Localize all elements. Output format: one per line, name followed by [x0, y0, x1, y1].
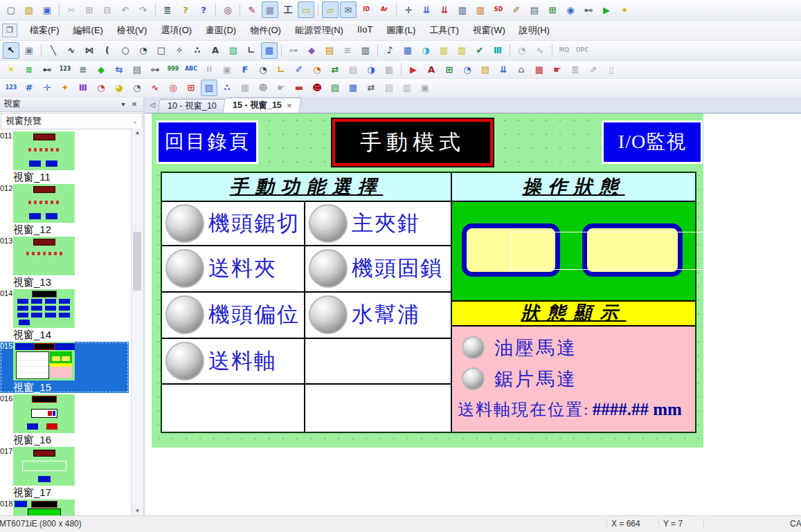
- manual-mode-title[interactable]: 手動模式: [332, 119, 493, 166]
- context-help-icon[interactable]: ?: [195, 1, 212, 18]
- tab-scroll-left-icon[interactable]: ◁: [146, 101, 159, 109]
- polyline-icon[interactable]: ⋈: [81, 42, 98, 59]
- menu-file[interactable]: 檔案(F): [23, 22, 66, 39]
- value-display-1[interactable]: [462, 223, 560, 277]
- layers-icon[interactable]: ≡: [75, 61, 91, 77]
- slide-switch-icon[interactable]: ⊶: [147, 61, 163, 77]
- rectangle-icon[interactable]: □: [153, 42, 170, 59]
- flag-icon[interactable]: ▶: [405, 61, 422, 77]
- dot-burst-icon[interactable]: ∴: [189, 42, 206, 59]
- scale-icon[interactable]: ∟: [243, 42, 260, 59]
- pages-alt-icon[interactable]: ▥: [453, 42, 470, 59]
- pie-icon[interactable]: ◔: [135, 42, 152, 59]
- freehand-icon[interactable]: ∿: [63, 42, 80, 59]
- function-cell[interactable]: 機頭偏位: [162, 293, 305, 339]
- tab-close-icon[interactable]: ×: [287, 100, 292, 111]
- picture-icon[interactable]: ▧: [225, 42, 242, 59]
- set-bit-icon[interactable]: ⊷: [39, 61, 55, 77]
- doc-download-icon[interactable]: ⇊: [495, 61, 512, 77]
- doc-c-icon[interactable]: ▣: [417, 80, 433, 96]
- bar-chart-icon[interactable]: Ⅲ: [75, 80, 91, 96]
- cabinet-icon[interactable]: ▥: [357, 42, 374, 59]
- tab-window-15[interactable]: 15 - 視窗_15 ×: [222, 98, 302, 113]
- function-cell[interactable]: 機頭固鎖: [305, 246, 452, 293]
- pass-through-icon[interactable]: ▶: [598, 1, 615, 18]
- window-thumbnail[interactable]: [13, 499, 75, 515]
- toggle-switch-icon[interactable]: ⇆: [111, 61, 127, 77]
- window-preview-icon[interactable]: ▭: [298, 1, 314, 18]
- design-canvas[interactable]: 回目錄頁 手動模式 I/O監視 手動功能選擇 操作狀態 機頭鋸切: [145, 113, 801, 515]
- grid-alt-icon[interactable]: ▦: [237, 80, 253, 96]
- doc-b-icon[interactable]: ▥: [399, 80, 415, 96]
- indicator-lamp[interactable]: [165, 249, 204, 288]
- calendar-icon[interactable]: ▦: [531, 61, 548, 77]
- window-thumbnail[interactable]: [13, 237, 75, 275]
- select-arrow-icon[interactable]: ↖: [3, 42, 19, 59]
- pen-stroke-icon[interactable]: ✐: [291, 61, 307, 77]
- opcua-icon[interactable]: OPC: [574, 42, 591, 59]
- menu-object[interactable]: 物件(O): [243, 22, 288, 39]
- numeric-object-icon[interactable]: 999: [165, 61, 181, 77]
- edit-form-icon[interactable]: ✔: [471, 42, 488, 59]
- panel-scrollbar[interactable]: ▲ ▼: [131, 128, 143, 515]
- move-object-icon[interactable]: ✛: [39, 80, 55, 96]
- sidebar-item-window-17[interactable]: 017: 視窗_17: [0, 447, 129, 498]
- home-icon[interactable]: ⌂: [513, 61, 530, 77]
- function-cell[interactable]: 主夾鉗: [305, 202, 452, 246]
- font-a-icon[interactable]: A: [423, 61, 440, 77]
- bit-lamp-icon[interactable]: ☀: [3, 61, 19, 77]
- function-cell[interactable]: [305, 385, 452, 432]
- combo-button-icon[interactable]: ▤: [129, 61, 145, 77]
- window-thumbnail[interactable]: [13, 394, 75, 433]
- pages-icon[interactable]: ▥: [435, 42, 452, 59]
- data-grid-icon[interactable]: ⊞: [441, 61, 458, 77]
- frame-window-icon[interactable]: ▦: [261, 42, 278, 59]
- function-cell[interactable]: 水幫浦: [305, 293, 452, 339]
- event-log-icon[interactable]: ▤: [327, 80, 343, 96]
- hmi-screen-window-15[interactable]: 回目錄頁 手動模式 I/O監視 手動功能選擇 操作狀態 機頭鋸切: [152, 113, 703, 448]
- printer-alt-icon[interactable]: ≣: [567, 61, 584, 77]
- window-thumbnail[interactable]: [13, 447, 75, 486]
- font-icon[interactable]: Ar: [376, 1, 393, 18]
- sidebar-item-window-15[interactable]: 015: 視窗_15: [0, 342, 129, 393]
- scrollbar-thumb[interactable]: [133, 232, 141, 291]
- online-simulation-icon[interactable]: ▥: [472, 1, 489, 18]
- cascade-windows-icon[interactable]: ▱: [322, 1, 339, 18]
- download-icon[interactable]: ⇊: [418, 1, 435, 18]
- group-select-icon[interactable]: ▣: [219, 61, 235, 77]
- function-key-icon[interactable]: ◆: [93, 61, 109, 77]
- menu-energy[interactable]: 能源管理(N): [288, 22, 350, 39]
- panel-close-icon[interactable]: ✕: [129, 100, 140, 108]
- undo-icon[interactable]: ↶: [117, 1, 134, 18]
- address-table-icon[interactable]: ⊞: [544, 1, 561, 18]
- numeric-monitor-icon[interactable]: 123: [3, 80, 19, 96]
- value-display-2[interactable]: [582, 223, 683, 277]
- back-to-menu-button[interactable]: 回目錄頁: [156, 120, 258, 164]
- menu-iiot[interactable]: IIoT: [350, 22, 379, 39]
- panel-menu-icon[interactable]: ▾: [118, 100, 129, 108]
- ascii-object-icon[interactable]: ABC: [183, 61, 199, 77]
- operation-status-header[interactable]: 操作狀態: [452, 173, 695, 202]
- sidebar-item-window-12[interactable]: 012: 視窗_12: [0, 184, 129, 235]
- open-file-icon[interactable]: ▧: [21, 1, 37, 18]
- status-display-header[interactable]: 狀態顯示: [452, 300, 695, 327]
- timer-icon[interactable]: ◔: [309, 61, 325, 77]
- target-icon[interactable]: ◎: [165, 80, 181, 96]
- arc-icon[interactable]: (: [99, 42, 116, 59]
- export-icon[interactable]: ⇗: [585, 61, 602, 77]
- pie-chart-icon[interactable]: ◕: [111, 80, 127, 96]
- menu-screen[interactable]: 畫面(D): [199, 22, 243, 39]
- data-sync-icon[interactable]: ⇄: [363, 80, 379, 96]
- media-player-icon[interactable]: ◑: [363, 61, 379, 77]
- id-icon[interactable]: ID: [358, 1, 375, 18]
- menu-edit[interactable]: 編輯(E): [66, 22, 110, 39]
- io-monitor-button[interactable]: I/O監視: [602, 120, 703, 164]
- sound-icon[interactable]: ♪: [381, 42, 398, 59]
- function-cell[interactable]: [305, 339, 452, 385]
- note-icon[interactable]: ▤: [345, 61, 361, 77]
- sidebar-item-window-18[interactable]: 018:: [0, 499, 129, 515]
- energy-demand-icon[interactable]: ∿: [532, 42, 548, 59]
- comment-icon[interactable]: ✉: [340, 1, 357, 18]
- function-button-icon[interactable]: F: [237, 61, 253, 77]
- window-thumbnail[interactable]: [13, 184, 75, 223]
